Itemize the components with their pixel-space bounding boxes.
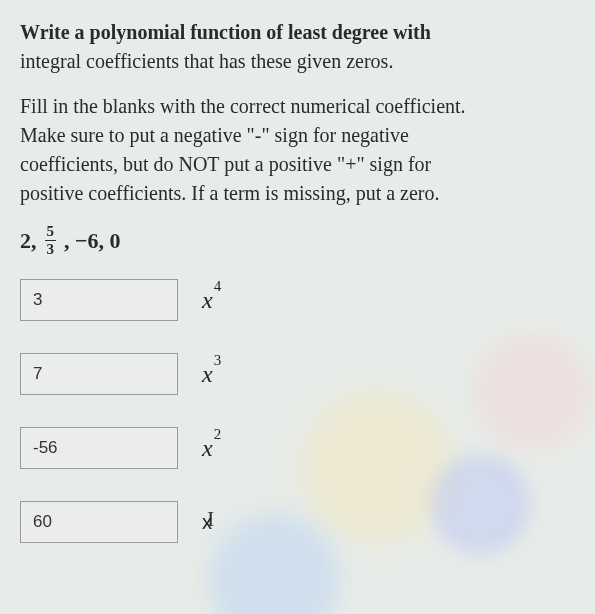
instructions-line3: coefficients, but do NOT put a positive … — [20, 153, 431, 175]
coefficient-row-2: 7 x3 — [20, 353, 575, 395]
coefficient-input-x3[interactable]: 7 — [20, 353, 178, 395]
zeros-fraction: 5 3 — [45, 224, 57, 257]
instructions-line2: Make sure to put a negative "-" sign for… — [20, 124, 409, 146]
question-paragraph: Write a polynomial function of least deg… — [20, 18, 575, 76]
term-x2: x2 — [202, 434, 220, 462]
instructions-paragraph: Fill in the blanks with the correct nume… — [20, 92, 575, 208]
coefficient-input-x2[interactable]: -56 — [20, 427, 178, 469]
term-x4: x4 — [202, 286, 220, 314]
term-x1: x — [202, 511, 212, 534]
term-base: x — [202, 361, 213, 387]
fraction-denominator: 3 — [47, 241, 55, 257]
question-line2: integral coefficients that has these giv… — [20, 50, 393, 72]
instructions-line4: positive coefficients. If a term is miss… — [20, 182, 440, 204]
question-line1: Write a polynomial function of least deg… — [20, 21, 431, 43]
zeros-suffix: , −6, 0 — [64, 228, 121, 254]
coefficient-input-x4[interactable]: 3 — [20, 279, 178, 321]
instructions-line1: Fill in the blanks with the correct nume… — [20, 95, 466, 117]
term-base: x — [202, 287, 213, 313]
term-exp: 3 — [214, 352, 222, 368]
term-exp: 4 — [214, 278, 222, 294]
coefficient-row-3: -56 x2 — [20, 427, 575, 469]
term-exp: 2 — [214, 426, 222, 442]
fraction-numerator: 5 — [45, 224, 57, 241]
coefficient-input-x1[interactable]: 60 — [20, 501, 178, 543]
coefficient-row-4: 60 I x — [20, 501, 575, 543]
term-x3: x3 — [202, 360, 220, 388]
given-zeros: 2, 5 3 , −6, 0 — [20, 224, 575, 257]
term-base: x — [202, 435, 213, 461]
coefficient-row-1: 3 x4 — [20, 279, 575, 321]
zeros-prefix: 2, — [20, 228, 37, 254]
